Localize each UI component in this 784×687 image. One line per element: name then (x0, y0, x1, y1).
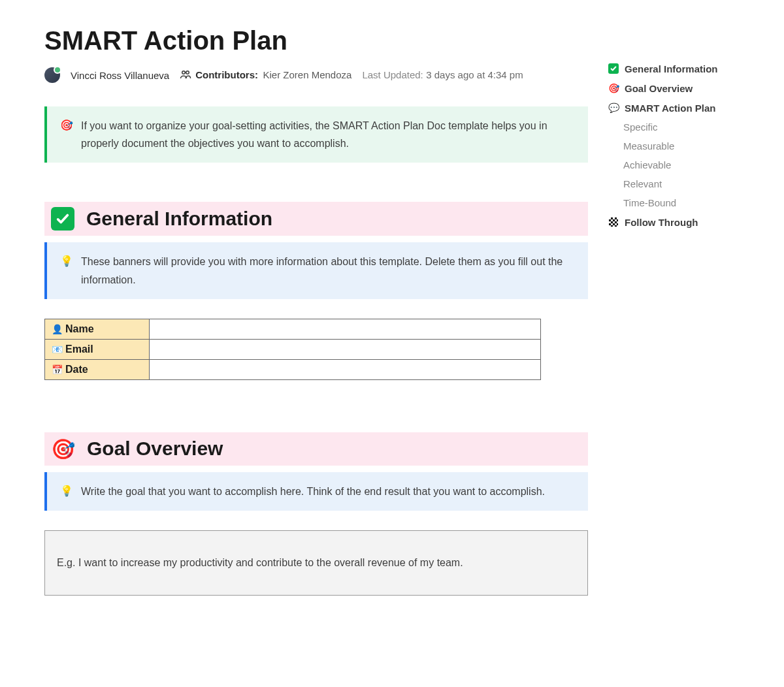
general-info-banner-text: These banners will provide you with more… (81, 253, 575, 288)
page-title: SMART Action Plan (44, 26, 588, 56)
goal-overview-banner-text: Write the goal that you want to accompli… (81, 483, 545, 500)
person-icon: 👤 (52, 324, 63, 334)
name-value-cell[interactable] (150, 319, 541, 339)
outline-label: SMART Action Plan (625, 103, 715, 114)
outline-item-follow-through[interactable]: Follow Through (608, 212, 732, 232)
flag-icon (608, 216, 619, 228)
calendar-icon: 📅 (52, 364, 63, 375)
email-icon: 📧 (52, 344, 63, 355)
outline-label: Follow Through (625, 217, 698, 228)
outline-item-goal-overview[interactable]: 🎯 Goal Overview (608, 78, 732, 98)
date-label: Date (65, 364, 88, 375)
contributors-value[interactable]: Kier Zoren Mendoza (263, 69, 351, 80)
outline-item-specific[interactable]: Specific (608, 118, 732, 136)
svg-point-0 (182, 71, 186, 74)
email-label-cell: 📧Email (45, 339, 150, 359)
owner-name[interactable]: Vincci Ross Villanueva (71, 70, 169, 81)
table-row: 📅Date (45, 359, 541, 379)
intro-banner-text: If you want to organize your goal-settin… (81, 117, 575, 152)
goal-placeholder: E.g. I want to increase my productivity … (57, 557, 463, 568)
email-label: Email (65, 344, 93, 355)
outline-label: Achievable (623, 159, 671, 170)
email-value-cell[interactable] (150, 339, 541, 359)
target-icon: 🎯 (51, 438, 75, 460)
intro-banner: 🎯 If you want to organize your goal-sett… (44, 106, 588, 163)
outline-item-time-bound[interactable]: Time-Bound (608, 193, 732, 212)
bulb-icon: 💡 (60, 253, 73, 270)
last-updated-value: 3 days ago at 4:34 pm (426, 69, 523, 80)
outline-label: Specific (623, 121, 658, 133)
outline-item-smart-action-plan[interactable]: 💬 SMART Action Plan (608, 98, 732, 118)
goal-overview-banner: 💡 Write the goal that you want to accomp… (44, 472, 588, 511)
outline-label: Relevant (623, 178, 662, 189)
outline-label: Measurable (623, 140, 674, 152)
goal-overview-title: Goal Overview (87, 438, 223, 460)
general-info-header: General Information (44, 202, 588, 236)
date-value-cell[interactable] (150, 359, 541, 379)
check-icon (51, 207, 74, 231)
general-info-table: 👤Name 📧Email 📅Date (44, 319, 541, 380)
target-icon: 🎯 (60, 117, 73, 134)
name-label-cell: 👤Name (45, 319, 150, 339)
goal-input-box[interactable]: E.g. I want to increase my productivity … (44, 530, 588, 596)
name-label: Name (65, 323, 94, 334)
date-label-cell: 📅Date (45, 359, 150, 379)
contributors-label: Contributors: (195, 69, 258, 80)
outline-item-measurable[interactable]: Measurable (608, 136, 732, 155)
table-row: 👤Name (45, 319, 541, 339)
outline-panel: General Information 🎯 Goal Overview 💬 SM… (601, 26, 745, 596)
svg-point-1 (186, 71, 189, 74)
bulb-icon: 💡 (60, 483, 73, 500)
outline-item-achievable[interactable]: Achievable (608, 155, 732, 174)
main-content: SMART Action Plan Vincci Ross Villanueva… (0, 26, 601, 596)
target-icon: 🎯 (608, 82, 619, 94)
chat-icon: 💬 (608, 102, 619, 114)
goal-overview-header: 🎯 Goal Overview (44, 432, 588, 466)
owner-avatar[interactable] (44, 67, 60, 83)
outline-label: Time-Bound (623, 197, 676, 208)
meta-row: Vincci Ross Villanueva Contributors: Kie… (44, 67, 588, 83)
outline-item-general-information[interactable]: General Information (608, 59, 732, 78)
general-info-banner: 💡 These banners will provide you with mo… (44, 242, 588, 298)
general-info-title: General Information (86, 208, 272, 230)
last-updated-label: Last Updated: (362, 69, 423, 80)
outline-item-relevant[interactable]: Relevant (608, 174, 732, 193)
table-row: 📧Email (45, 339, 541, 359)
outline-label: General Information (625, 63, 718, 74)
outline-label: Goal Overview (625, 83, 693, 94)
contributors-icon (180, 70, 191, 81)
check-icon (608, 63, 619, 74)
